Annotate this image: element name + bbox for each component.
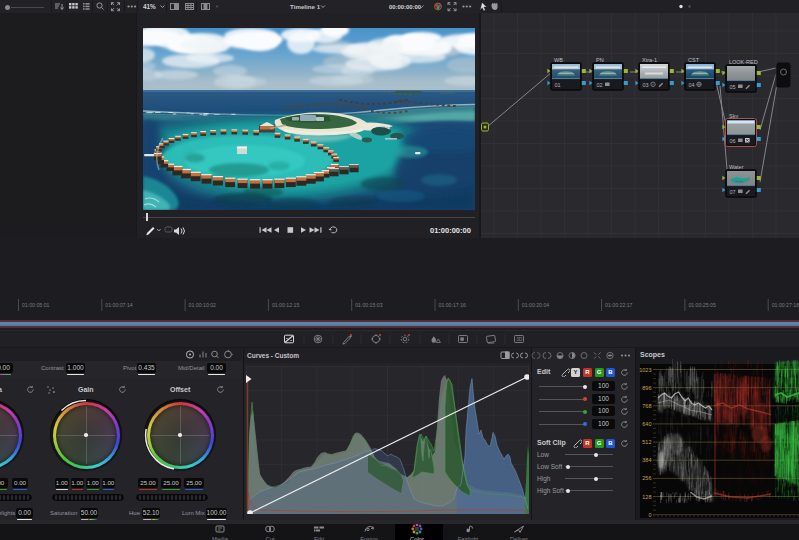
svg-text:Media: Media xyxy=(212,536,229,540)
svg-text:06: 06 xyxy=(730,138,736,144)
svg-text:01:00:07:14: 01:00:07:14 xyxy=(105,302,133,308)
svg-text:512: 512 xyxy=(642,439,651,445)
svg-text:Deliver: Deliver xyxy=(510,536,528,540)
svg-text:07: 07 xyxy=(730,189,736,195)
svg-text:05: 05 xyxy=(730,84,736,90)
svg-text:Xtra-1: Xtra-1 xyxy=(642,57,657,63)
svg-text:3D: 3D xyxy=(516,337,523,342)
svg-text:896: 896 xyxy=(642,385,651,391)
svg-text:01:00:00:00: 01:00:00:00 xyxy=(430,226,471,235)
svg-text:256: 256 xyxy=(642,475,651,481)
svg-text:640: 640 xyxy=(642,421,651,427)
svg-text:Cut: Cut xyxy=(265,536,274,540)
svg-text:01:00:25:05: 01:00:25:05 xyxy=(688,302,716,308)
svg-text:01:00:10:02: 01:00:10:02 xyxy=(189,302,217,308)
svg-text:01:00:22:17: 01:00:22:17 xyxy=(605,302,633,308)
svg-text:1023: 1023 xyxy=(639,367,651,373)
svg-text:WB: WB xyxy=(554,57,563,63)
svg-text:0: 0 xyxy=(648,512,651,518)
svg-text:Color: Color xyxy=(410,536,424,540)
svg-text:01:00:17:16: 01:00:17:16 xyxy=(439,302,467,308)
svg-text:128: 128 xyxy=(642,494,651,500)
svg-text:PN: PN xyxy=(596,57,604,63)
svg-text:Edit: Edit xyxy=(314,536,324,540)
svg-text:Water: Water xyxy=(729,164,744,170)
svg-text:Sky: Sky xyxy=(729,113,738,119)
svg-text:CST: CST xyxy=(688,57,700,63)
svg-text:01:00:27:18: 01:00:27:18 xyxy=(772,302,799,308)
svg-text:01:00:05:01: 01:00:05:01 xyxy=(22,302,50,308)
svg-text:01:00:12:15: 01:00:12:15 xyxy=(272,302,300,308)
svg-text:04: 04 xyxy=(689,82,695,88)
svg-text:01:00:15:03: 01:00:15:03 xyxy=(355,302,383,308)
svg-text:03: 03 xyxy=(643,82,649,88)
svg-text:Timeline 1: Timeline 1 xyxy=(290,3,321,10)
svg-text:41%: 41% xyxy=(143,3,156,10)
svg-text:01: 01 xyxy=(555,82,561,88)
svg-text:Fairlight: Fairlight xyxy=(458,536,479,540)
svg-text:01:00:20:04: 01:00:20:04 xyxy=(522,302,550,308)
svg-text:768: 768 xyxy=(642,403,651,409)
svg-text:LOOK-RED: LOOK-RED xyxy=(729,59,758,65)
svg-text:Fusion: Fusion xyxy=(360,536,377,540)
svg-text:02: 02 xyxy=(597,82,603,88)
svg-text:384: 384 xyxy=(642,457,651,463)
svg-text:00:00:00:00: 00:00:00:00 xyxy=(389,4,422,10)
